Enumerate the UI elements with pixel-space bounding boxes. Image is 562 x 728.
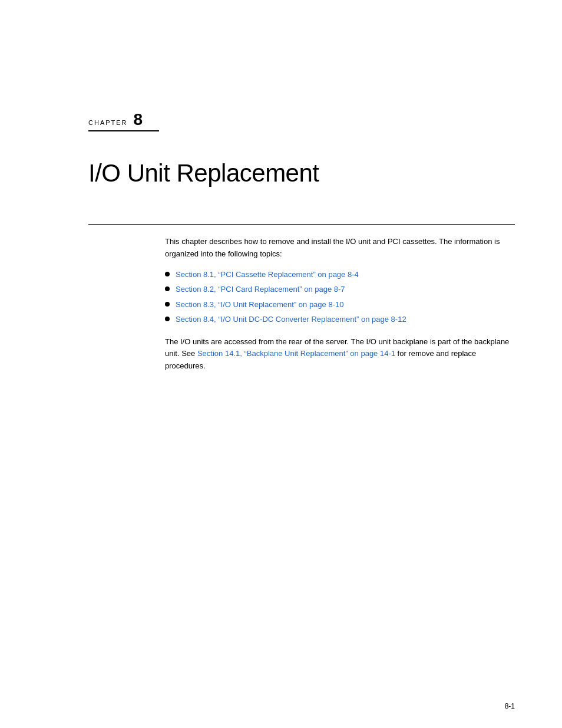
list-item: Section 8.4, “I/O Unit DC-DC Converter R… — [165, 314, 515, 325]
chapter-number: 8 — [134, 111, 143, 128]
intro-paragraph: This chapter describes how to remove and… — [165, 236, 515, 261]
toc-link-4[interactable]: Section 8.4, “I/O Unit DC-DC Converter R… — [176, 314, 406, 325]
page: CHAPTER 8 I/O Unit Replacement This chap… — [0, 0, 562, 728]
toc-link-1[interactable]: Section 8.1, “PCI Cassette Replacement” … — [176, 269, 359, 281]
chapter-underline — [88, 130, 159, 131]
bullet-icon — [165, 286, 170, 291]
bullet-icon — [165, 302, 170, 307]
bullet-icon — [165, 317, 170, 321]
toc-link-2[interactable]: Section 8.2, “PCI Card Replacement” on p… — [176, 284, 345, 295]
backplane-link[interactable]: Section 14.1, “Backplane Unit Replacemen… — [197, 349, 395, 358]
chapter-label: CHAPTER — [88, 119, 128, 126]
list-item: Section 8.2, “PCI Card Replacement” on p… — [165, 284, 515, 295]
body-paragraph: The I/O units are accessed from the rear… — [165, 336, 515, 373]
chapter-header: CHAPTER 8 — [88, 111, 159, 131]
content-divider — [88, 224, 515, 225]
content-area: This chapter describes how to remove and… — [165, 236, 515, 373]
list-item: Section 8.1, “PCI Cassette Replacement” … — [165, 269, 515, 281]
list-item: Section 8.3, “I/O Unit Replacement” on p… — [165, 299, 515, 311]
chapter-title: I/O Unit Replacement — [88, 159, 319, 187]
page-number: 8-1 — [505, 702, 515, 710]
bullet-icon — [165, 272, 170, 276]
toc-link-3[interactable]: Section 8.3, “I/O Unit Replacement” on p… — [176, 299, 343, 311]
toc-list: Section 8.1, “PCI Cassette Replacement” … — [165, 269, 515, 325]
